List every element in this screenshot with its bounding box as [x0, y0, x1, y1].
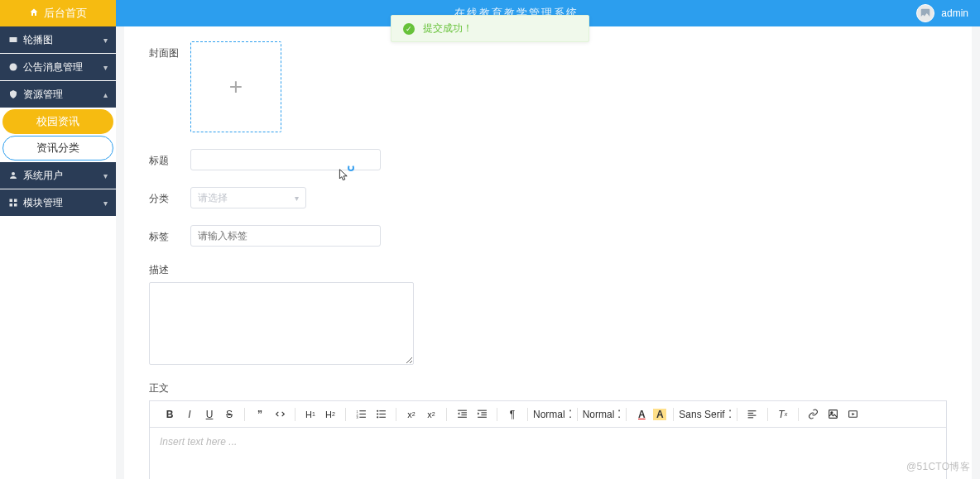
direction-button[interactable]: ¶: [504, 406, 521, 423]
quote-button[interactable]: ”: [252, 406, 268, 423]
sidebar-item-carousel[interactable]: 轮播图 ▾: [0, 26, 116, 53]
svg-rect-10: [359, 414, 366, 414]
chevron-up-icon: ▴: [103, 90, 108, 99]
size-select[interactable]: Normal ⁚: [579, 409, 625, 420]
label-cover: 封面图: [149, 41, 190, 60]
watermark: @51CTO博客: [906, 460, 970, 474]
svg-rect-25: [481, 414, 487, 415]
loading-spinner-icon: [348, 165, 354, 171]
svg-rect-24: [481, 412, 487, 413]
h2-button[interactable]: H2: [322, 406, 339, 423]
cover-uploader[interactable]: +: [190, 41, 281, 132]
dropdown-icon: ⁚: [728, 409, 732, 419]
svg-rect-22: [458, 417, 467, 418]
home-tab-label: 后台首页: [44, 6, 87, 21]
label-category: 分类: [149, 187, 190, 206]
ordered-list-button[interactable]: 123: [353, 406, 369, 423]
chevron-down-icon: ▾: [103, 36, 108, 45]
svg-rect-23: [478, 410, 487, 411]
link-button[interactable]: [805, 406, 822, 423]
toast-message: 提交成功！: [423, 22, 473, 36]
chevron-down-icon: ▾: [295, 194, 299, 203]
sidebar-item-label: 轮播图: [23, 33, 53, 47]
svg-rect-28: [748, 413, 754, 414]
sidebar-item-notice[interactable]: 公告消息管理 ▾: [0, 54, 116, 80]
svg-point-13: [377, 410, 378, 412]
chevron-down-icon: ▾: [103, 63, 108, 72]
svg-point-32: [831, 412, 833, 414]
user-area[interactable]: admin: [916, 4, 980, 22]
success-toast: 提交成功！: [391, 15, 589, 42]
sidebar-item-resource[interactable]: 资源管理 ▴: [0, 81, 116, 108]
row-title: 标题: [149, 149, 947, 170]
carousel-icon: [8, 35, 18, 45]
svg-rect-27: [748, 410, 757, 411]
clear-format-button[interactable]: Tx: [775, 406, 791, 423]
editor-toolbar: B I U S ” H1 H2 123: [149, 400, 947, 427]
sidebar-item-label: 系统用户: [23, 169, 63, 183]
image-button[interactable]: [825, 406, 842, 423]
heading-select[interactable]: Normal ⁚: [530, 409, 575, 420]
info-icon: [8, 62, 18, 72]
sidebar-item-module[interactable]: 模块管理 ▾: [0, 189, 116, 216]
outdent-button[interactable]: [454, 406, 470, 423]
row-tag: 标签: [149, 225, 947, 247]
user-icon: [8, 170, 18, 180]
row-cover: 封面图 +: [149, 41, 947, 132]
strike-button[interactable]: S: [221, 406, 238, 423]
sidebar-item-user[interactable]: 系统用户 ▾: [0, 162, 116, 189]
label-tag: 标签: [149, 225, 190, 244]
desc-textarea[interactable]: [149, 282, 414, 365]
sidebar-sub-label: 资讯分类: [36, 141, 79, 156]
editor-placeholder: Insert text here ...: [160, 436, 237, 448]
font-family-select[interactable]: Sans Serif ⁚: [675, 409, 734, 420]
svg-rect-18: [379, 417, 386, 418]
chevron-down-icon: ▾: [103, 199, 108, 208]
text-color-button[interactable]: A: [633, 406, 650, 423]
home-tab[interactable]: 后台首页: [0, 0, 116, 26]
grid-icon: [8, 198, 18, 208]
svg-point-15: [377, 413, 378, 414]
superscript-button[interactable]: x2: [423, 406, 440, 423]
svg-point-2: [12, 172, 15, 175]
plus-icon: +: [229, 74, 243, 100]
editor-section: 正文 B I U S ” H1 H2 12: [149, 381, 947, 479]
username: admin: [941, 7, 968, 19]
sidebar-item-label: 公告消息管理: [23, 60, 83, 74]
main-form: 封面图 + 标题 分类 请选择 ▾ 标签 描述 正文 B I U S: [124, 26, 972, 479]
resource-icon: [8, 89, 18, 99]
subscript-button[interactable]: x2: [403, 406, 420, 423]
svg-rect-12: [359, 417, 366, 418]
editor-body[interactable]: Insert text here ...: [149, 427, 947, 479]
label-content: 正文: [149, 381, 947, 395]
italic-button[interactable]: I: [181, 406, 198, 423]
sidebar: 轮播图 ▾ 公告消息管理 ▾ 资源管理 ▴ 校园资讯 资讯分类 系: [0, 26, 116, 479]
svg-rect-20: [461, 412, 467, 413]
code-button[interactable]: [271, 406, 288, 423]
sidebar-sub-label: 校园资讯: [36, 114, 79, 129]
chevron-down-icon: ▾: [103, 171, 108, 180]
svg-rect-29: [748, 415, 757, 416]
indent-button[interactable]: [473, 406, 490, 423]
svg-rect-19: [458, 410, 467, 411]
unordered-list-button[interactable]: [372, 406, 389, 423]
category-select[interactable]: 请选择 ▾: [190, 187, 306, 208]
svg-rect-4: [14, 199, 17, 203]
underline-button[interactable]: U: [201, 406, 218, 423]
bold-button[interactable]: B: [161, 406, 178, 423]
svg-text:3: 3: [356, 416, 358, 419]
sidebar-item-label: 模块管理: [23, 196, 63, 210]
align-button[interactable]: [744, 406, 761, 423]
svg-rect-6: [14, 204, 17, 207]
tag-input[interactable]: [190, 225, 381, 247]
sidebar-sub-campus[interactable]: 校园资讯: [2, 109, 113, 134]
h1-button[interactable]: H1: [302, 406, 319, 423]
svg-rect-31: [829, 410, 838, 419]
video-button[interactable]: [845, 406, 862, 423]
sidebar-sub-category[interactable]: 资讯分类: [2, 136, 113, 160]
svg-rect-26: [478, 417, 487, 418]
bg-color-button[interactable]: A: [653, 409, 666, 420]
svg-rect-8: [359, 410, 366, 411]
home-icon: [29, 7, 39, 20]
svg-rect-5: [10, 204, 13, 207]
